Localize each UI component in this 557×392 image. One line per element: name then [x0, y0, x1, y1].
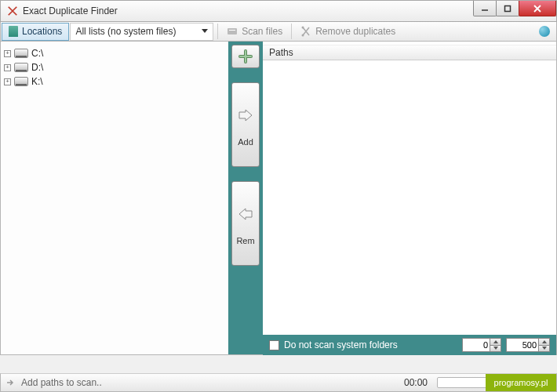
spinner-value: 0: [463, 340, 490, 350]
tree-item[interactable]: + K:\: [4, 74, 225, 89]
scan-label: Scan files: [242, 26, 282, 37]
max-size-spinner[interactable]: 500: [506, 338, 550, 352]
status-time: 00:00: [404, 377, 428, 388]
toolbar: Locations All lists (no system files) Sc…: [0, 22, 557, 42]
center-column: Add Rem: [228, 42, 263, 354]
rem-label: Rem: [236, 236, 254, 245]
filter-dropdown[interactable]: All lists (no system files): [70, 23, 213, 41]
plus-icon: [238, 49, 253, 64]
svg-point-4: [302, 34, 304, 37]
scan-files-button[interactable]: Scan files: [222, 23, 287, 41]
arrow-right-icon: [238, 109, 253, 122]
drive-icon: [14, 77, 28, 86]
paths-column-header[interactable]: Paths: [263, 45, 556, 60]
spinner-up-icon[interactable]: [538, 339, 549, 346]
app-icon: [7, 5, 18, 16]
drive-label: C:\: [31, 48, 43, 59]
paths-panel: Paths: [263, 42, 556, 354]
drive-label: K:\: [31, 76, 43, 87]
spinner-value: 500: [507, 340, 538, 350]
main-area: + C:\ + D:\ + K:\ Add Rem Path: [0, 42, 557, 355]
system-folders-checkbox[interactable]: [269, 340, 279, 350]
locations-button[interactable]: Locations: [2, 23, 69, 41]
minimize-button[interactable]: [473, 1, 497, 16]
dropdown-value: All lists (no system files): [75, 26, 176, 37]
window-title: Exact Duplicate Finder: [23, 5, 118, 16]
help-button[interactable]: [539, 26, 550, 37]
title-bar: Exact Duplicate Finder: [0, 0, 557, 22]
drive-label: D:\: [31, 62, 43, 73]
plus-button[interactable]: [231, 45, 260, 68]
svg-rect-2: [228, 28, 237, 34]
paths-list[interactable]: [263, 60, 556, 354]
options-bar: Do not scan system folders 0 500: [263, 335, 556, 355]
locations-label: Locations: [22, 26, 62, 37]
expand-icon[interactable]: +: [4, 50, 11, 57]
spinner-down-icon[interactable]: [538, 346, 549, 352]
add-label: Add: [238, 137, 253, 147]
arrow-right-icon: [5, 378, 15, 387]
spinner-down-icon[interactable]: [490, 346, 501, 352]
expand-icon[interactable]: +: [4, 78, 11, 85]
add-button[interactable]: Add: [231, 82, 260, 167]
status-text: Add paths to scan..: [21, 377, 102, 388]
scan-icon: [227, 26, 238, 37]
drive-icon: [14, 63, 28, 72]
spinner-up-icon[interactable]: [490, 339, 501, 346]
chevron-down-icon: [202, 29, 208, 34]
watermark: programosy.pl: [486, 374, 556, 391]
remove-duplicates-button[interactable]: Remove duplicates: [296, 23, 400, 41]
arrow-left-icon: [238, 208, 253, 220]
remove-label: Remove duplicates: [315, 26, 395, 37]
window-controls: [474, 1, 556, 16]
drive-tree: + C:\ + D:\ + K:\: [1, 42, 228, 354]
watermark-text: programosy.pl: [494, 378, 548, 387]
tree-item[interactable]: + D:\: [4, 60, 225, 74]
bookmark-icon: [9, 26, 18, 37]
scissors-icon: [300, 26, 311, 37]
remove-button[interactable]: Rem: [231, 181, 260, 266]
status-bar: Add paths to scan.. 00:00: [0, 373, 557, 392]
svg-rect-1: [505, 5, 511, 11]
separator: [217, 24, 218, 39]
close-button[interactable]: [519, 1, 556, 16]
checkbox-label: Do not scan system folders: [284, 339, 398, 350]
expand-icon[interactable]: +: [4, 64, 11, 71]
maximize-button[interactable]: [496, 1, 519, 16]
svg-point-5: [302, 27, 304, 29]
tree-item[interactable]: + C:\: [4, 46, 225, 60]
separator: [291, 24, 292, 39]
drive-icon: [14, 49, 28, 58]
paths-header-label: Paths: [269, 47, 293, 58]
min-size-spinner[interactable]: 0: [462, 338, 501, 352]
svg-rect-3: [229, 30, 235, 31]
